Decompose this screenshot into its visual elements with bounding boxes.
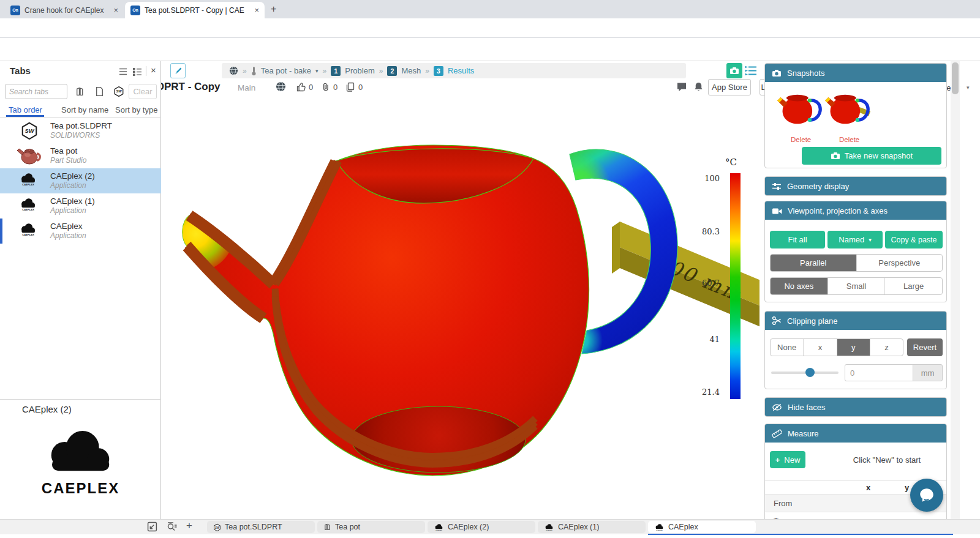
tab-item-caeplex[interactable]: CAEplex Application: [0, 219, 161, 244]
partstudio-icon: [323, 523, 331, 531]
clear-filters-button[interactable]: Clear: [129, 84, 157, 99]
revert-button[interactable]: Revert: [907, 338, 943, 356]
new-measure-button[interactable]: + New: [770, 451, 805, 468]
projection-toggle: Parallel Perspective: [770, 254, 943, 272]
viewpoint-header[interactable]: Viewpoint, projection & axes: [765, 201, 946, 220]
clip-x-option[interactable]: x: [803, 339, 836, 356]
no-axes-option[interactable]: No axes: [771, 278, 827, 294]
sliders-icon: [772, 182, 782, 191]
tab-item-teapot[interactable]: Tea pot Part Studio: [0, 143, 161, 168]
tab-item-caeplex-2[interactable]: CAEplex (2) Application: [0, 168, 161, 193]
delete-snapshot-1[interactable]: Delete: [791, 136, 811, 143]
take-new-snapshot-label: Take new snapshot: [845, 151, 913, 160]
breadcrumb-step-results[interactable]: Results: [448, 66, 474, 75]
search-tabs-input[interactable]: [5, 84, 67, 99]
solidworks-file-icon: SW: [213, 523, 221, 531]
tab-item-teapot-sldprt[interactable]: SW Tea pot.SLDPRT SOLIDWORKS: [0, 118, 161, 143]
perspective-option[interactable]: Perspective: [856, 255, 943, 271]
bottom-tab-caeplex-2[interactable]: CAEplex (2): [428, 521, 535, 533]
new-tab-button[interactable]: +: [271, 4, 276, 15]
bottom-tab-teapot-sldprt[interactable]: SW Tea pot.SLDPRT: [207, 521, 315, 533]
tab-item-title: CAEplex (2): [50, 171, 95, 181]
caeplex-icon: [434, 523, 444, 531]
add-tab-icon[interactable]: +: [186, 520, 192, 532]
close-panel-icon[interactable]: ×: [151, 65, 156, 75]
list-view-icon[interactable]: [118, 67, 128, 77]
measure-title: Measure: [788, 429, 819, 438]
plus-icon: +: [775, 455, 780, 465]
filter-solidworks-icon[interactable]: SW: [113, 86, 124, 97]
clip-offset-input[interactable]: [845, 364, 913, 381]
tab-item-subtitle: Application: [50, 231, 86, 240]
app-window: CAEPLEX On Crane hook for CAEplex | CAE …: [0, 0, 980, 538]
close-tab-icon[interactable]: ×: [113, 6, 118, 15]
geometry-display-header[interactable]: Geometry display: [765, 177, 946, 195]
chat-bubble-icon: [918, 487, 935, 504]
tab-item-subtitle: SOLIDWORKS: [50, 131, 100, 140]
browser-tab-2[interactable]: On Tea pot.SLDPRT - Copy | CAE ×: [125, 2, 265, 18]
bottom-tab-caeplex-1[interactable]: CAEplex (1): [538, 521, 646, 533]
measure-col-y: y: [905, 483, 909, 492]
user-menu-caret-icon[interactable]: ▾: [967, 84, 970, 91]
bottom-tab-caeplex-active[interactable]: CAEplex: [648, 521, 756, 533]
clipping-plane-header[interactable]: Clipping plane: [765, 312, 946, 330]
sort-by-type[interactable]: Sort by type: [115, 105, 157, 114]
results-list-icon[interactable]: [745, 65, 757, 76]
tab-manager-icon[interactable]: [147, 521, 157, 532]
tab-item-title: Tea pot.SLDPRT: [50, 121, 112, 130]
tab-item-title: CAEplex: [50, 222, 83, 231]
close-tab-icon[interactable]: ×: [254, 6, 259, 15]
screenshot-button[interactable]: [726, 63, 742, 78]
breadcrumb-step-mesh[interactable]: Mesh: [401, 66, 421, 75]
clipping-plane-section: Clipping plane None x y z Revert mm: [764, 311, 947, 389]
filter-document-icon[interactable]: [95, 86, 104, 97]
bottom-tab-label: CAEplex (2): [448, 523, 489, 531]
caret-down-icon[interactable]: ▾: [315, 68, 318, 74]
tab-item-caeplex-1[interactable]: CAEplex (1) Application: [0, 193, 161, 219]
delete-snapshot-2[interactable]: Delete: [839, 136, 859, 143]
tab-item-title: CAEplex (1): [50, 196, 95, 206]
browser-tab-strip: On Crane hook for CAEplex | CAE × On Tea…: [0, 0, 980, 18]
clip-y-option[interactable]: y: [837, 339, 870, 356]
slider-thumb[interactable]: [805, 368, 815, 377]
caeplex-sidebar: Snapshots Delete Delete: [760, 61, 951, 519]
hide-faces-header[interactable]: Hide faces: [765, 398, 946, 416]
3d-viewport[interactable]: 100 mm: [161, 81, 760, 519]
detail-view-icon[interactable]: [132, 67, 142, 77]
measure-header[interactable]: Measure: [765, 424, 946, 443]
scrollbar-thumb[interactable]: [952, 62, 959, 94]
edit-problem-button[interactable]: [170, 63, 186, 78]
breadcrumb-model[interactable]: Tea pot - bake: [261, 66, 311, 75]
solidworks-file-icon: SW: [20, 121, 39, 140]
small-axes-option[interactable]: Small: [827, 278, 885, 294]
new-measure-label: New: [784, 455, 800, 465]
bottom-tab-teapot[interactable]: Tea pot: [317, 521, 425, 533]
clip-none-option[interactable]: None: [771, 339, 803, 356]
sort-by-name[interactable]: Sort by name: [61, 105, 108, 114]
caeplex-icon: [18, 171, 38, 187]
clip-z-option[interactable]: z: [870, 339, 903, 356]
search-tabs-icon[interactable]: [167, 521, 178, 532]
snapshot-thumbnail-1[interactable]: [776, 89, 823, 127]
breadcrumb-step-problem[interactable]: Problem: [345, 66, 374, 75]
snapshot-thumbnail-2[interactable]: [824, 89, 870, 127]
sidebar-scrollbar[interactable]: [951, 61, 960, 519]
pencil-icon: [174, 67, 183, 75]
large-axes-option[interactable]: Large: [884, 278, 942, 294]
step-1-badge: 1: [331, 66, 341, 76]
named-views-button[interactable]: Named ▾: [827, 231, 883, 248]
sort-tab-order[interactable]: Tab order: [9, 105, 42, 114]
breadcrumb: » Tea pot - bake ▾ » 1 Problem » 2 Mesh …: [222, 63, 686, 78]
browser-tab-1[interactable]: On Crane hook for CAEplex | CAE ×: [5, 2, 124, 18]
take-new-snapshot-button[interactable]: Take new snapshot: [802, 147, 941, 165]
filter-partstudio-icon[interactable]: [75, 86, 85, 97]
hide-faces-title: Hide faces: [788, 403, 825, 412]
chat-widget-button[interactable]: [910, 479, 943, 512]
home-globe-icon[interactable]: [229, 66, 238, 75]
snapshots-header[interactable]: Snapshots: [765, 64, 946, 82]
parallel-option[interactable]: Parallel: [771, 255, 856, 271]
clip-offset-slider[interactable]: [771, 372, 839, 374]
snapshots-section: Snapshots Delete Delete: [764, 63, 947, 168]
fit-all-button[interactable]: Fit all: [770, 231, 825, 248]
copy-paste-view-button[interactable]: Copy & paste: [885, 231, 943, 248]
